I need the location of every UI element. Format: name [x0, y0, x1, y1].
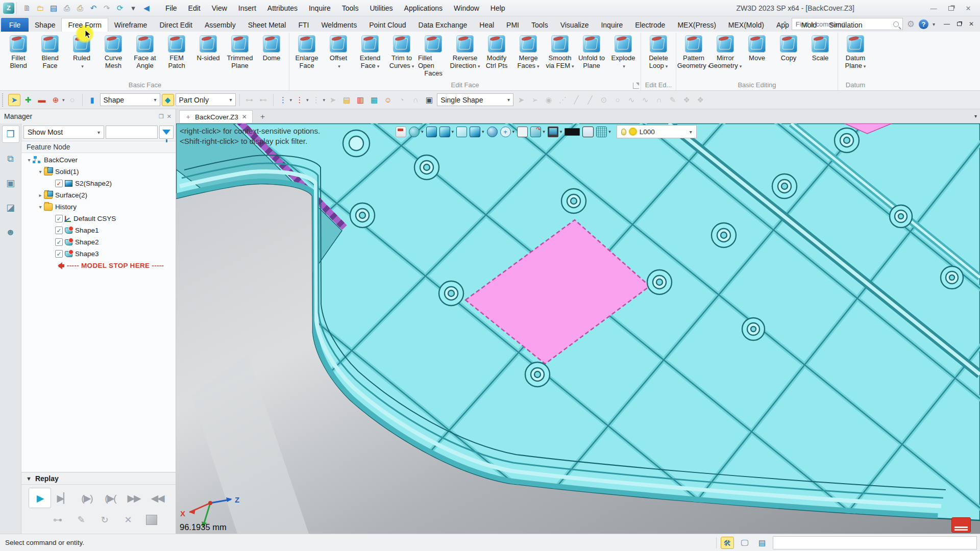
graphics-area[interactable]: <right-click> for context-sensitive opti… [176, 123, 980, 534]
compass-icon[interactable]: ◔ [396, 94, 408, 106]
tab-wireframe[interactable]: Wireframe [108, 18, 154, 32]
rotate-target-icon[interactable] [500, 127, 511, 137]
spline-icon[interactable]: ∿ [625, 94, 638, 106]
dropdown-caret-icon[interactable]: ▾ [478, 64, 480, 69]
ellipse-icon[interactable]: ○ [611, 94, 624, 106]
ribbon-button-extend-face[interactable]: ExtendFace▾ [354, 34, 386, 71]
stack-grey-icon[interactable]: ⋮ [310, 94, 323, 106]
dropdown-caret-icon[interactable]: ▾ [543, 129, 545, 134]
tree-item-history[interactable]: ▾History [21, 201, 176, 213]
arc-icon[interactable]: ∩ [653, 94, 665, 106]
tree-item-shape1[interactable]: ✓Shape1 [21, 224, 176, 236]
visibility-checkbox[interactable]: ✓ [55, 180, 63, 187]
fill-square-icon[interactable]: ▣ [423, 94, 435, 106]
tab-assembly[interactable]: Assembly [199, 18, 242, 32]
filter-icon[interactable]: ▮ [86, 94, 99, 106]
add-entity-icon[interactable]: ✚ [22, 94, 34, 106]
dropdown-caret-icon[interactable]: ▾ [572, 64, 574, 69]
tab-free-form[interactable]: Free Form [61, 18, 108, 32]
curve-icon[interactable]: ∿ [639, 94, 651, 106]
ribbon-button-scale[interactable]: Scale [804, 34, 836, 70]
redo-icon[interactable]: ↷ [101, 2, 113, 14]
ribbon-button-trim-to-curves[interactable]: Trim toCurves▾ [386, 34, 418, 71]
close-button[interactable]: ✕ [961, 2, 976, 14]
tree-item-solid-1[interactable]: ▾Solid(1) [21, 166, 176, 178]
ribbon-button-fillet-blend[interactable]: FilletBlend [3, 34, 34, 70]
entity-filter-select[interactable]: Shape▾ [100, 93, 160, 106]
undo-icon[interactable]: ↶ [87, 2, 100, 14]
tab-weldments[interactable]: Weldments [315, 18, 363, 32]
multi-print-icon[interactable]: ⎙ [74, 2, 86, 14]
ribbon-button-datum-plane[interactable]: DatumPlane▾ [840, 34, 871, 71]
visibility-checkbox[interactable]: ✓ [55, 215, 63, 222]
menu-edit[interactable]: Edit [183, 0, 206, 16]
dropdown-caret-icon[interactable]: ▾ [608, 129, 611, 134]
dropdown-caret-icon[interactable]: ▾ [338, 64, 340, 69]
document-tab[interactable]: ＋ BackCover.Z3 ✕ [179, 110, 253, 123]
replay-link-button[interactable]: ⊶ [46, 510, 69, 530]
view-orientation-icon[interactable] [409, 127, 420, 137]
doc-alert-icon[interactable]: ▥ [354, 94, 366, 106]
pick-add-icon[interactable]: ⊕ [50, 94, 62, 106]
ribbon-button-fem-patch[interactable]: FEMPatch [161, 34, 192, 70]
dropdown-caret-icon[interactable]: ▾ [81, 64, 84, 69]
tab-close-icon[interactable]: ✕ [242, 113, 247, 120]
tab-data-exchange[interactable]: Data Exchange [412, 18, 474, 32]
ribbon-button-curve-mesh[interactable]: CurveMesh [97, 34, 129, 70]
tree-item-s2-shape2[interactable]: ✓S2(Shape2) [21, 178, 176, 189]
ribbon-button-dome[interactable]: Dome [256, 34, 287, 70]
wireframe-display-icon[interactable] [456, 127, 467, 137]
section-view-icon[interactable] [396, 127, 406, 137]
replay-play-one-button[interactable]: (▶) [76, 488, 98, 508]
pick-cursor-icon[interactable]: ➤ [8, 94, 20, 106]
manager-restore-icon[interactable]: ❐ [159, 113, 164, 120]
shaded-display-icon[interactable] [426, 127, 437, 137]
tab-visualize[interactable]: Visualize [554, 18, 595, 32]
print-icon[interactable]: ⎙ [61, 2, 73, 14]
ribbon-button-copy[interactable]: Copy [773, 34, 804, 70]
tab-mex-press[interactable]: MEX(Press) [671, 18, 722, 32]
display-mode-icon[interactable] [439, 127, 450, 137]
dropdown-caret-icon[interactable]: ▾ [290, 97, 292, 103]
tree-item-shape3[interactable]: ✓Shape3 [21, 248, 176, 260]
perspective-icon[interactable] [487, 127, 498, 137]
ribbon-button-reverse-direction[interactable]: ReverseDirection▾ [449, 34, 481, 71]
expand-caret-icon[interactable]: ▾ [26, 157, 33, 163]
ribbon-button-merge-faces[interactable]: MergeFaces▾ [512, 34, 544, 71]
line-icon[interactable]: ╱ [570, 94, 582, 106]
ribbon-button-blend-face[interactable]: BlendFace [34, 34, 66, 70]
regen-icon[interactable]: ⟳ [114, 2, 126, 14]
expand-caret-icon[interactable]: ▾ [37, 204, 44, 210]
replay-fast-forward-button[interactable]: ▶▶ [122, 488, 145, 508]
unfold-view-icon[interactable] [530, 127, 541, 137]
customize-caret-icon[interactable]: ▾ [127, 2, 139, 14]
replay-play-button[interactable]: ▶ [29, 488, 51, 508]
replay-header[interactable]: ▼ Replay [21, 472, 176, 485]
face-icon[interactable]: ❖ [680, 94, 693, 106]
visibility-checkbox[interactable]: ✓ [55, 227, 63, 234]
tab-electrode[interactable]: Electrode [629, 18, 671, 32]
select-arrow-icon[interactable]: ➤ [327, 94, 339, 106]
menu-window[interactable]: Window [448, 0, 485, 16]
tree-item-surface-2[interactable]: ▸Surface(2) [21, 189, 176, 201]
menu-view[interactable]: View [206, 0, 233, 16]
dropdown-caret-icon[interactable]: ▾ [62, 97, 65, 103]
tab-inquire[interactable]: Inquire [595, 18, 629, 32]
list-icon[interactable]: ▤ [340, 94, 353, 106]
dropdown-caret-icon[interactable]: ▾ [690, 129, 692, 135]
ribbon-button-explode[interactable]: Explode▾ [607, 34, 639, 71]
status-input[interactable] [773, 536, 977, 549]
dropdown-caret-icon[interactable]: ▾ [323, 97, 326, 103]
ribbon-button-delete-loop[interactable]: DeleteLoop▾ [643, 34, 674, 71]
ribbon-button-trimmed-plane[interactable]: TrimmedPlane [224, 34, 256, 70]
dropdown-caret-icon[interactable]: ▾ [512, 129, 515, 134]
menu-attributes[interactable]: Attributes [262, 0, 303, 16]
ribbon-button-move[interactable]: Move [741, 34, 773, 70]
link-icon[interactable]: ⊶ [243, 94, 256, 106]
ribbon-button-ruled[interactable]: Ruled▾ [66, 34, 97, 71]
ribbon-button-fillet-open-faces[interactable]: Fillet OpenFaces [418, 34, 449, 78]
visualize-manager-icon[interactable]: ◪ [2, 199, 19, 216]
new-file-icon[interactable]: 🗎 [21, 2, 33, 14]
menu-insert[interactable]: Insert [233, 0, 262, 16]
3d-model-backcover[interactable] [176, 123, 980, 534]
